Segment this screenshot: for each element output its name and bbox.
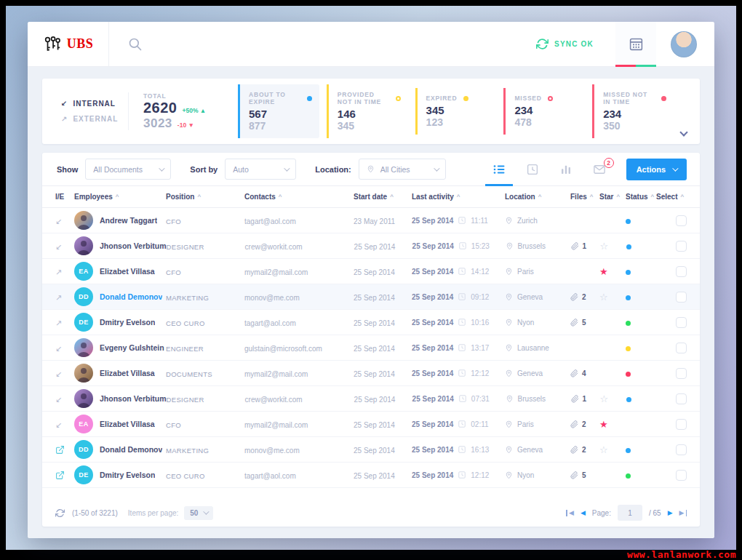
column-header[interactable]: Employees^ <box>74 193 119 201</box>
star-icon[interactable]: ★ <box>599 419 608 430</box>
calendar-button[interactable] <box>615 22 656 66</box>
refresh-icon[interactable] <box>55 508 65 518</box>
sort-select[interactable]: Auto <box>225 159 296 180</box>
tab-chart-view[interactable] <box>549 153 583 185</box>
table-row[interactable]: DE Dmitry Evelson CEO CURO tagart@aol.co… <box>42 463 700 488</box>
contact-email[interactable]: monov@me.com <box>244 447 300 455</box>
table-row[interactable]: ↙ Evgeny Gulshtein ENGINEER gulstain@mic… <box>42 335 700 361</box>
employee-name[interactable]: Andrew Taggart <box>100 216 157 225</box>
avatar[interactable] <box>74 364 93 383</box>
employee-name[interactable]: Donald Demonov <box>100 445 162 454</box>
employee-name[interactable]: Jhonson Verbitum <box>100 241 167 250</box>
contact-email[interactable]: monov@me.com <box>244 294 300 302</box>
table-row[interactable]: ↙ Elizabet Villasa DOCUMENTS mymail2@mai… <box>42 361 700 386</box>
stat-card[interactable]: MISSED NOT IN TIME 234 350 <box>592 84 674 138</box>
contact-email[interactable]: tagart@aol.com <box>244 472 296 480</box>
external-label[interactable]: ↗EXTERNAL <box>61 115 128 123</box>
row-checkbox[interactable] <box>676 241 687 252</box>
contact-email[interactable]: mymail2@mail.com <box>244 421 308 429</box>
sync-status[interactable]: SYNC OK <box>536 38 594 50</box>
table-row[interactable]: DD Donald Demonov MARKETING monov@me.com… <box>42 437 700 463</box>
contact-email[interactable]: crew@workit.com <box>245 243 303 251</box>
internal-label[interactable]: ↙INTERNAL <box>61 100 128 108</box>
row-checkbox[interactable] <box>676 215 687 226</box>
avatar[interactable]: DE <box>74 465 93 484</box>
items-per-page-select[interactable]: 50 <box>184 506 213 520</box>
column-header[interactable]: Select^ <box>656 193 684 201</box>
column-header[interactable]: Star^ <box>599 193 626 201</box>
table-row[interactable]: ↙ Jhonson Verbitum DESIGNER crew@workit.… <box>42 233 700 259</box>
contact-email[interactable]: crew@workit.com <box>245 396 303 404</box>
employee-name[interactable]: Donald Demonov <box>100 292 162 301</box>
column-header[interactable]: Status^ <box>626 193 656 201</box>
table-row[interactable]: ↙ Andrew Taggart CFO tagart@aol.com 23 M… <box>42 208 700 233</box>
brand-logo[interactable]: UBS <box>28 22 109 66</box>
employee-name[interactable]: Elizabet Villasa <box>100 267 155 276</box>
first-page-button[interactable]: ◀ <box>566 509 573 516</box>
avatar[interactable] <box>74 389 93 408</box>
row-checkbox[interactable] <box>676 266 687 277</box>
table-row[interactable]: ↗ DD Donald Demonov MARKETING monov@me.c… <box>42 284 700 310</box>
column-header[interactable]: Contacts^ <box>244 193 354 201</box>
row-checkbox[interactable] <box>676 444 687 455</box>
contact-email[interactable]: mymail2@mail.com <box>244 370 308 378</box>
files-cell[interactable]: 2 <box>570 446 599 454</box>
column-header[interactable]: Files^ <box>570 193 593 201</box>
row-checkbox[interactable] <box>676 368 687 379</box>
row-checkbox[interactable] <box>676 317 687 328</box>
avatar[interactable] <box>74 211 93 230</box>
tab-list-view[interactable] <box>482 153 516 185</box>
column-header[interactable]: Start date^ <box>354 193 412 201</box>
avatar[interactable]: DE <box>74 313 93 332</box>
column-header[interactable]: Position^ <box>166 193 244 201</box>
star-icon[interactable]: ★ <box>599 266 608 277</box>
files-cell[interactable]: 4 <box>570 369 599 377</box>
last-page-button[interactable]: ▶ <box>679 509 687 516</box>
employee-name[interactable]: Dmitry Evelson <box>100 318 155 327</box>
files-cell[interactable]: 1 <box>571 395 600 403</box>
table-row[interactable]: ↙ Jhonson Verbitum DESIGNER crew@workit.… <box>42 386 700 412</box>
contact-email[interactable]: tagart@aol.com <box>244 217 296 225</box>
avatar[interactable]: DD <box>74 287 93 306</box>
actions-button[interactable]: Actions <box>626 159 687 180</box>
table-row[interactable]: ↗ DE Dmitry Evelson CEO CURO tagart@aol.… <box>42 310 700 335</box>
stats-collapse-chevron-icon[interactable] <box>679 128 687 136</box>
tab-recent-view[interactable] <box>516 153 549 185</box>
avatar[interactable]: DD <box>74 440 93 459</box>
next-page-button[interactable]: ▶ <box>668 509 673 516</box>
employee-name[interactable]: Dmitry Evelson <box>100 471 155 479</box>
employee-name[interactable]: Evgeny Gulshtein <box>100 343 164 352</box>
star-icon[interactable]: ☆ <box>599 292 608 303</box>
star-icon[interactable]: ☆ <box>600 393 609 404</box>
table-row[interactable]: ↗ EA Elizabet Villasa CFO mymail2@mail.c… <box>42 259 700 284</box>
avatar[interactable] <box>74 338 93 357</box>
stat-card[interactable]: MISSED 234 478 <box>503 88 585 135</box>
files-cell[interactable]: 1 <box>571 242 600 250</box>
tab-mail-view[interactable]: 2 <box>583 153 616 185</box>
employee-name[interactable]: Elizabet Villasa <box>100 369 155 377</box>
avatar[interactable]: EA <box>74 262 93 281</box>
contact-email[interactable]: tagart@aol.com <box>244 319 296 327</box>
page-input[interactable] <box>618 505 642 521</box>
contact-email[interactable]: mymail2@mail.com <box>244 268 308 276</box>
row-checkbox[interactable] <box>676 419 687 430</box>
contact-email[interactable]: gulstain@microsoft.com <box>244 345 322 353</box>
user-avatar[interactable] <box>671 31 697 57</box>
files-cell[interactable]: 2 <box>570 420 599 428</box>
prev-page-button[interactable]: ◀ <box>581 509 586 516</box>
stat-card[interactable]: ABOUT TO EXPIRE 567 877 <box>238 84 319 138</box>
stat-card[interactable]: PROVIDED NOT IN TIME 146 345 <box>327 84 408 138</box>
avatar[interactable] <box>74 236 93 255</box>
avatar[interactable]: EA <box>74 415 93 433</box>
row-checkbox[interactable] <box>676 292 687 303</box>
location-select[interactable]: All Cities <box>359 159 446 180</box>
employee-name[interactable]: Jhonson Verbitum <box>100 394 167 403</box>
star-icon[interactable]: ☆ <box>600 241 609 252</box>
row-checkbox[interactable] <box>676 470 687 481</box>
row-checkbox[interactable] <box>676 343 687 353</box>
search-icon[interactable] <box>128 37 143 52</box>
stat-card[interactable]: EXPIRED 345 123 <box>415 88 497 135</box>
show-select[interactable]: All Documents <box>85 159 171 180</box>
files-cell[interactable]: 2 <box>570 293 599 301</box>
column-header[interactable]: Location^ <box>505 193 541 201</box>
